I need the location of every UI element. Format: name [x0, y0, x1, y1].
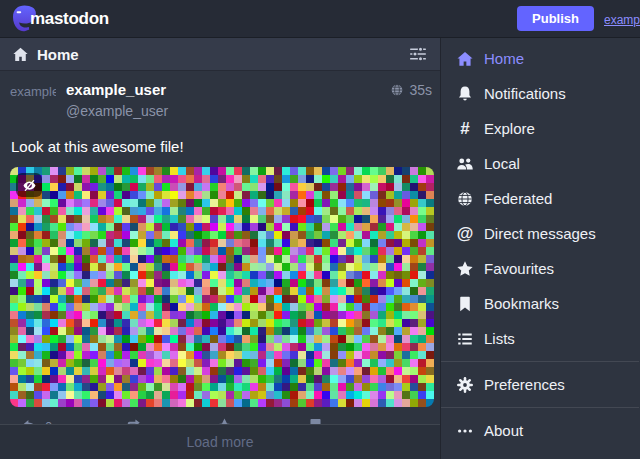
load-more-button[interactable]: Load more: [0, 424, 440, 459]
globe-icon: [455, 189, 475, 209]
sidebar-item-bookmarks[interactable]: Bookmarks: [441, 286, 639, 321]
sidebar-divider: [441, 407, 639, 408]
sidebar-item-label: Explore: [484, 120, 535, 137]
boost-button[interactable]: [124, 417, 143, 425]
status-header: example_user example_user @example_user …: [10, 82, 432, 128]
sidebar-item-label: About: [484, 422, 523, 439]
sidebar-item-label: Federated: [484, 190, 552, 207]
avatar-alt-text: example_user: [10, 84, 56, 99]
more-button[interactable]: [397, 417, 416, 425]
at-icon: @: [455, 224, 475, 244]
publish-button[interactable]: Publish: [517, 6, 594, 31]
sidebar-item-label: Home: [484, 50, 524, 67]
sidebar-item-label: Local: [484, 155, 520, 172]
sidebar-item-federated[interactable]: Federated: [441, 181, 639, 216]
hashtag-icon: #: [455, 119, 475, 139]
sidebar-item-label: Direct messages: [484, 225, 596, 242]
ellipsis-icon: [397, 417, 416, 425]
bookmark-button[interactable]: [306, 417, 325, 425]
sidebar-item-about[interactable]: About: [441, 413, 639, 448]
account-link-clip: example_user: [604, 10, 640, 28]
sidebar-item-local[interactable]: Local: [441, 146, 639, 181]
navigation-panel: HomeNotifications#ExploreLocalFederated@…: [441, 38, 639, 459]
home-timeline-column: Home example_user example_user: [0, 38, 441, 459]
ellipsis-icon: [455, 421, 475, 441]
sidebar-item-notifications[interactable]: Notifications: [441, 76, 639, 111]
star-icon: [215, 417, 234, 425]
bell-icon: [455, 84, 475, 104]
status-action-bar: 0: [10, 407, 432, 424]
reply-icon: [20, 417, 39, 425]
timestamp-link[interactable]: 35s: [390, 82, 432, 98]
main-layout: Home example_user example_user: [0, 38, 640, 459]
sliders-icon: [408, 44, 428, 64]
home-icon: [455, 49, 475, 69]
sidebar-item-label: Preferences: [484, 376, 565, 393]
reply-button[interactable]: 0: [20, 417, 52, 425]
hide-media-button[interactable]: [16, 173, 42, 197]
home-icon: [12, 46, 29, 63]
sidebar-item-explore[interactable]: #Explore: [441, 111, 639, 146]
users-icon: [455, 154, 475, 174]
sidebar-item-direct-messages[interactable]: @Direct messages: [441, 216, 639, 251]
status-media-image[interactable]: [10, 167, 434, 407]
sidebar-item-label: Lists: [484, 330, 515, 347]
bookmark-icon: [306, 417, 325, 425]
bookmark-icon: [455, 294, 475, 314]
avatar[interactable]: example_user: [10, 82, 56, 128]
sidebar-item-home[interactable]: Home: [441, 41, 639, 76]
status-media[interactable]: [10, 167, 434, 407]
boost-icon: [124, 417, 143, 425]
sidebar-item-label: Bookmarks: [484, 295, 559, 312]
account-handle: @example_user: [66, 103, 168, 119]
list-icon: [455, 329, 475, 349]
globe-icon: [390, 83, 404, 97]
status-post: example_user example_user @example_user …: [0, 71, 440, 424]
brand-wordmark: mastodon: [30, 9, 109, 29]
column-title: Home: [37, 46, 79, 63]
timestamp: 35s: [409, 82, 432, 98]
account-link[interactable]: example_user: [604, 13, 640, 27]
eye-slash-icon: [22, 178, 37, 193]
sidebar-item-lists[interactable]: Lists: [441, 321, 639, 356]
sidebar-item-label: Favourites: [484, 260, 554, 277]
favourite-button[interactable]: [215, 417, 234, 425]
sidebar-item-favourites[interactable]: Favourites: [441, 251, 639, 286]
column-header[interactable]: Home: [0, 38, 440, 71]
status-text: Look at this awesome file!: [11, 137, 432, 157]
star-icon: [455, 259, 475, 279]
display-name: example_user: [66, 82, 168, 98]
gear-icon: [455, 375, 475, 395]
top-bar: mastodon Publish example_user: [0, 0, 640, 38]
sidebar-divider: [441, 361, 639, 362]
sidebar-item-preferences[interactable]: Preferences: [441, 367, 639, 402]
mastodon-logo[interactable]: mastodon: [12, 5, 109, 32]
sidebar-item-label: Notifications: [484, 85, 566, 102]
column-settings-button[interactable]: [408, 44, 428, 64]
account-names[interactable]: example_user @example_user: [66, 82, 168, 119]
